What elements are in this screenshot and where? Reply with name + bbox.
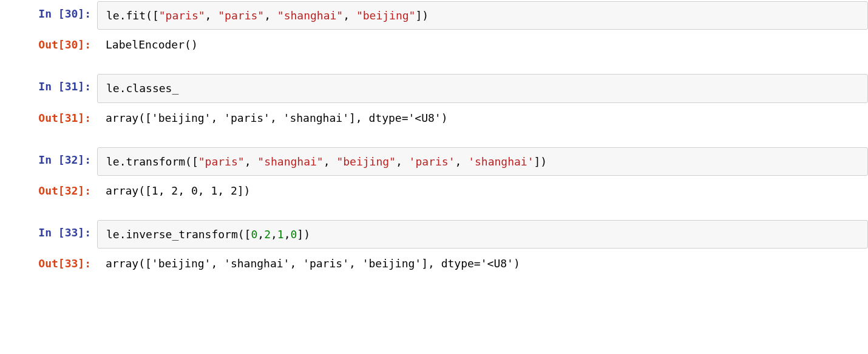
code-token: ]) bbox=[534, 155, 548, 168]
input-prompt: In [30]: bbox=[0, 0, 97, 27]
code-token: 0 bbox=[291, 228, 297, 241]
code-token: le bbox=[106, 228, 120, 241]
code-token: ([ bbox=[146, 9, 159, 22]
code-token: . bbox=[120, 155, 126, 168]
code-token: 'paris' bbox=[409, 155, 455, 168]
code-input[interactable]: le.fit(["paris", "paris", "shanghai", "b… bbox=[97, 1, 868, 30]
code-input[interactable]: le.inverse_transform([0,2,1,0]) bbox=[97, 220, 868, 249]
output-cell: Out[30]:LabelEncoder() bbox=[0, 31, 868, 58]
output-text: array(['beijing', 'shanghai', 'paris', '… bbox=[97, 250, 868, 277]
code-input[interactable]: le.classes_ bbox=[97, 74, 868, 102]
code-token: 2 bbox=[264, 228, 271, 241]
code-token: "paris" bbox=[198, 155, 245, 168]
output-text: array([1, 2, 0, 1, 2]) bbox=[97, 177, 868, 204]
code-token: . bbox=[120, 228, 126, 241]
code-token: "shanghai" bbox=[257, 155, 323, 168]
code-token: 0 bbox=[251, 228, 257, 241]
code-token: 'shanghai' bbox=[468, 155, 534, 168]
code-token: , bbox=[396, 155, 409, 168]
code-token: "paris" bbox=[218, 9, 264, 22]
code-token: , bbox=[343, 9, 356, 22]
code-token: fit bbox=[126, 9, 146, 22]
output-cell: Out[32]:array([1, 2, 0, 1, 2]) bbox=[0, 177, 868, 204]
output-prompt: Out[31]: bbox=[0, 104, 97, 132]
cell-pair: In [32]:le.transform(["paris", "shanghai… bbox=[0, 146, 868, 204]
input-prompt: In [33]: bbox=[0, 219, 97, 246]
input-cell: In [30]:le.fit(["paris", "paris", "shang… bbox=[0, 0, 868, 31]
output-text: array(['beijing', 'paris', 'shanghai'], … bbox=[97, 104, 868, 132]
output-prompt: Out[33]: bbox=[0, 250, 97, 277]
code-token: , bbox=[205, 9, 219, 22]
code-token: , bbox=[257, 228, 264, 241]
code-token: , bbox=[455, 155, 468, 168]
input-cell: In [31]:le.classes_ bbox=[0, 73, 868, 104]
code-token: , bbox=[271, 228, 277, 241]
cell-pair: In [30]:le.fit(["paris", "paris", "shang… bbox=[0, 0, 868, 58]
code-token: ]) bbox=[415, 9, 429, 22]
output-cell: Out[31]:array(['beijing', 'paris', 'shan… bbox=[0, 104, 868, 132]
cell-pair: In [31]:le.classes_Out[31]:array(['beiji… bbox=[0, 73, 868, 131]
code-token: "paris" bbox=[159, 9, 205, 22]
code-token: transform bbox=[126, 155, 186, 168]
output-prompt: Out[30]: bbox=[0, 31, 97, 58]
code-token: , bbox=[284, 228, 291, 241]
code-token: classes_ bbox=[126, 82, 179, 95]
code-token: inverse_transform bbox=[126, 228, 238, 241]
code-token: . bbox=[120, 82, 126, 95]
code-input[interactable]: le.transform(["paris", "shanghai", "beij… bbox=[97, 147, 868, 176]
input-prompt: In [32]: bbox=[0, 146, 97, 173]
code-token: 1 bbox=[277, 228, 284, 241]
code-token: le bbox=[106, 155, 120, 168]
output-cell: Out[33]:array(['beijing', 'shanghai', 'p… bbox=[0, 250, 868, 277]
input-prompt: In [31]: bbox=[0, 73, 97, 100]
input-cell: In [32]:le.transform(["paris", "shanghai… bbox=[0, 146, 868, 177]
output-prompt: Out[32]: bbox=[0, 177, 97, 204]
code-token: ([ bbox=[238, 228, 251, 241]
notebook-container: In [30]:le.fit(["paris", "paris", "shang… bbox=[0, 0, 868, 278]
code-token: , bbox=[245, 155, 258, 168]
code-token: "shanghai" bbox=[277, 9, 343, 22]
code-token: . bbox=[120, 9, 126, 22]
code-token: , bbox=[264, 9, 277, 22]
code-token: , bbox=[324, 155, 337, 168]
code-token: le bbox=[106, 82, 120, 95]
output-text: LabelEncoder() bbox=[97, 31, 868, 58]
code-token: le bbox=[106, 9, 120, 22]
code-token: ]) bbox=[297, 228, 310, 241]
cell-pair: In [33]:le.inverse_transform([0,2,1,0])O… bbox=[0, 219, 868, 277]
code-token: "beijing" bbox=[356, 9, 416, 22]
input-cell: In [33]:le.inverse_transform([0,2,1,0]) bbox=[0, 219, 868, 250]
code-token: "beijing" bbox=[336, 155, 396, 168]
code-token: ([ bbox=[185, 155, 198, 168]
